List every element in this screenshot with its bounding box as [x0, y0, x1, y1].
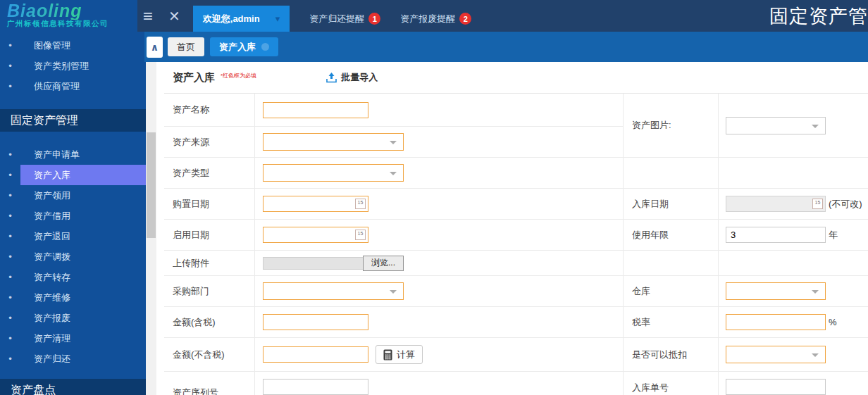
- sidebar-item-label: 资产类别管理: [20, 56, 146, 76]
- start-date-input[interactable]: 15: [263, 227, 368, 243]
- label-asset-name: 资产名称: [164, 94, 255, 127]
- calendar-icon[interactable]: 15: [812, 199, 823, 209]
- bullet-icon: •: [0, 267, 20, 287]
- sidebar-item-asset-scrap[interactable]: • 资产报废: [0, 308, 146, 328]
- label-storage-number: 入库单号: [623, 372, 719, 395]
- sidebar-item-label: 资产清理: [20, 328, 146, 349]
- bullet-icon: •: [0, 144, 20, 165]
- tab-home-label: 首页: [177, 41, 195, 54]
- sidebar-item-label: 资产申请单: [20, 144, 146, 165]
- deductible-select[interactable]: [726, 346, 826, 363]
- calendar-icon[interactable]: 15: [355, 199, 366, 209]
- bullet-icon: •: [0, 246, 20, 267]
- tab-bar: ∧ 首页 资产入库: [144, 32, 868, 62]
- batch-import-label: 批量导入: [341, 71, 378, 84]
- amount-with-tax-input[interactable]: [263, 314, 368, 330]
- label-service-years: 使用年限: [623, 220, 719, 251]
- cell-storage-date: 15 (不可改): [719, 189, 868, 220]
- label-start-date: 启用日期: [164, 220, 255, 251]
- empty-cell: [623, 251, 719, 276]
- sidebar-item-asset-storage[interactable]: • 资产入库: [0, 165, 146, 185]
- calendar-icon[interactable]: 15: [355, 230, 366, 240]
- return-reminder-link[interactable]: 资产归还提醒 1: [309, 13, 380, 25]
- sidebar-scrollbar-thumb[interactable]: [147, 132, 156, 238]
- return-reminder-badge: 1: [368, 13, 380, 25]
- cell-amount-no-tax: 计算: [255, 338, 623, 372]
- bullet-icon: •: [0, 349, 20, 369]
- tax-rate-input[interactable]: [726, 314, 826, 330]
- sidebar-collapse-button[interactable]: ∧: [147, 37, 163, 58]
- calculate-button[interactable]: 计算: [376, 345, 423, 364]
- sidebar-item-asset-giveback[interactable]: • 资产归还: [0, 349, 146, 369]
- label-warehouse: 仓库: [623, 276, 719, 307]
- company-logo: Biaoling 广州标领信息科技有限公司: [0, 0, 137, 32]
- logo-subtitle: 广州标领信息科技有限公司: [7, 19, 132, 29]
- cell-purchase-date: 15: [255, 189, 623, 220]
- page-title: 资产入库: [173, 71, 215, 84]
- asset-storage-form: 资产入库 *红色框为必填 批量导入 资产名称 资产图片:: [164, 62, 868, 395]
- main-content: 资产入库 *红色框为必填 批量导入 资产名称 资产图片:: [156, 62, 868, 395]
- bullet-icon: •: [0, 287, 20, 308]
- bullet-icon: •: [0, 165, 20, 185]
- amount-no-tax-input[interactable]: [263, 346, 368, 363]
- asset-name-input[interactable]: [263, 102, 368, 118]
- sidebar-item-supplier-mgmt[interactable]: • 供应商管理: [0, 76, 146, 96]
- required-fields-note: *红色框为必填: [221, 72, 256, 80]
- serial-number-input[interactable]: [263, 379, 368, 395]
- upload-attachment-input[interactable]: 浏览...: [263, 256, 404, 271]
- tab-asset-storage-label: 资产入库: [219, 41, 256, 54]
- return-reminder-label: 资产归还提醒: [309, 13, 364, 25]
- sidebar-item-label: 资产调拨: [20, 246, 146, 267]
- sidebar-item-label: 资产领用: [20, 185, 146, 206]
- purchase-date-input[interactable]: 15: [263, 196, 368, 212]
- top-bar: Biaoling 广州标领信息科技有限公司 ≡ ✕ 欢迎您,admin ▾ 资产…: [0, 0, 868, 32]
- chevron-down-icon: ▾: [275, 13, 280, 24]
- cell-purchase-dept: [255, 276, 623, 307]
- bullet-icon: •: [0, 185, 20, 206]
- label-storage-date: 入库日期: [623, 189, 719, 220]
- storage-date-input: 15: [726, 196, 826, 212]
- asset-image-select[interactable]: [726, 117, 826, 134]
- sidebar-item-asset-borrow[interactable]: • 资产借用: [0, 206, 146, 226]
- hamburger-menu-icon[interactable]: ≡: [143, 8, 153, 25]
- welcome-label: 欢迎您,admin: [203, 13, 260, 25]
- sidebar-item-asset-use[interactable]: • 资产领用: [0, 185, 146, 206]
- sidebar-item-asset-repair[interactable]: • 资产维修: [0, 287, 146, 308]
- service-years-unit: 年: [829, 229, 838, 242]
- sidebar-item-image-mgmt[interactable]: • 图像管理: [0, 35, 146, 56]
- form-grid: 资产名称 资产图片: 资产来源 资产类型: [164, 94, 868, 395]
- empty-cell: [719, 251, 868, 276]
- bullet-icon: •: [0, 206, 20, 226]
- chevron-up-icon: ∧: [151, 42, 159, 53]
- sidebar-item-asset-transfer[interactable]: • 资产调拨: [0, 246, 146, 267]
- label-purchase-dept: 采购部门: [164, 276, 255, 307]
- cell-asset-name: [255, 94, 623, 127]
- tab-close-icon[interactable]: [261, 43, 269, 51]
- service-years-input[interactable]: [726, 227, 826, 243]
- bullet-icon: •: [0, 328, 20, 349]
- label-asset-type: 资产类型: [164, 158, 255, 189]
- warehouse-select[interactable]: [726, 282, 826, 300]
- sidebar-item-asset-request[interactable]: • 资产申请单: [0, 144, 146, 165]
- sidebar-section-fixed-assets[interactable]: 固定资产管理: [0, 109, 146, 132]
- asset-source-select[interactable]: [263, 133, 404, 151]
- sidebar-item-asset-category-mgmt[interactable]: • 资产类别管理: [0, 56, 146, 76]
- sidebar-item-label: 供应商管理: [20, 76, 146, 96]
- scrap-reminder-link[interactable]: 资产报废提醒 2: [400, 13, 471, 25]
- tab-home[interactable]: 首页: [168, 37, 204, 56]
- sidebar-section-asset-inventory[interactable]: 资产盘点: [0, 379, 146, 395]
- sidebar-item-asset-return[interactable]: • 资产退回: [0, 226, 146, 246]
- user-menu-button[interactable]: 欢迎您,admin ▾: [193, 6, 290, 32]
- asset-type-select[interactable]: [263, 164, 404, 182]
- chevron-down-icon: [812, 125, 819, 128]
- browse-button[interactable]: 浏览...: [363, 256, 404, 271]
- tab-asset-storage[interactable]: 资产入库: [210, 37, 278, 56]
- sidebar-item-asset-cleanup[interactable]: • 资产清理: [0, 328, 146, 349]
- close-icon[interactable]: ✕: [168, 8, 180, 25]
- label-asset-image: 资产图片:: [623, 94, 719, 158]
- batch-import-button[interactable]: 批量导入: [326, 71, 378, 84]
- purchase-dept-select[interactable]: [263, 282, 404, 300]
- sidebar-item-asset-save[interactable]: • 资产转存: [0, 267, 146, 287]
- storage-number-input[interactable]: [726, 379, 826, 395]
- bullet-icon: •: [0, 56, 20, 76]
